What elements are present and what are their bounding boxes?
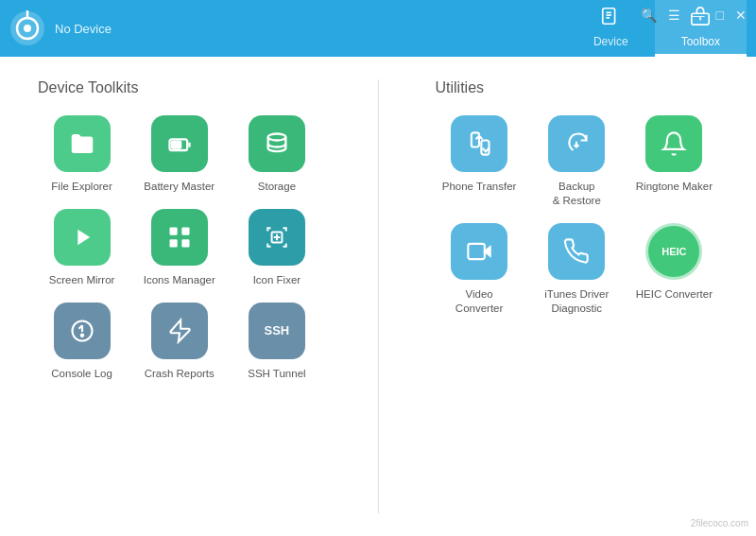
ringtone-maker-label: Ringtone Maker bbox=[636, 180, 713, 194]
menu-icon[interactable]: ☰ bbox=[668, 8, 680, 23]
minimize-button[interactable]: — bbox=[692, 8, 705, 23]
phone-transfer-icon bbox=[451, 115, 507, 172]
svg-rect-17 bbox=[169, 239, 177, 247]
icons-manager-label: Icons Manager bbox=[144, 273, 215, 287]
crash-reports-label: Crash Reports bbox=[145, 367, 215, 381]
tool-itunes-driver[interactable]: iTunes Driver Diagnostic bbox=[533, 223, 621, 316]
svg-rect-27 bbox=[481, 141, 489, 155]
tool-ssh-tunnel[interactable]: SSH SSH Tunnel bbox=[232, 303, 320, 381]
svg-rect-18 bbox=[181, 239, 189, 247]
tool-screen-mirror[interactable]: Screen Mirror bbox=[38, 209, 126, 287]
svg-rect-28 bbox=[468, 244, 484, 259]
crash-reports-icon bbox=[151, 303, 208, 359]
heic-converter-icon: HEIC bbox=[645, 223, 702, 280]
svg-rect-15 bbox=[169, 227, 177, 234]
tool-storage[interactable]: Storage bbox=[232, 115, 320, 194]
ringtone-maker-icon bbox=[645, 115, 702, 172]
itunes-driver-icon bbox=[548, 223, 605, 280]
svg-rect-12 bbox=[172, 142, 180, 148]
tool-icon-fixer[interactable]: Icon Fixer bbox=[232, 209, 320, 287]
device-toolkits-section: Device Toolkits File Explorer bbox=[38, 79, 321, 513]
tool-ringtone-maker[interactable]: Ringtone Maker bbox=[630, 115, 718, 208]
svg-rect-16 bbox=[181, 227, 189, 234]
device-tab-icon bbox=[600, 6, 621, 31]
icons-manager-icon bbox=[151, 209, 208, 266]
video-converter-icon bbox=[451, 223, 507, 280]
tool-crash-reports[interactable]: Crash Reports bbox=[135, 303, 223, 381]
svg-point-25 bbox=[80, 334, 82, 336]
device-label: No Device bbox=[55, 22, 112, 36]
tool-battery-master[interactable]: Battery Master bbox=[135, 115, 223, 194]
main-content: Device Toolkits File Explorer bbox=[0, 57, 756, 536]
restore-button[interactable]: □ bbox=[716, 8, 724, 23]
device-toolkits-grid: File Explorer Battery Master bbox=[38, 115, 321, 381]
device-toolkits-title: Device Toolkits bbox=[38, 79, 321, 96]
ssh-tunnel-label: SSH Tunnel bbox=[248, 367, 305, 381]
tool-heic-converter[interactable]: HEIC HEIC Converter bbox=[630, 223, 718, 316]
svg-marker-14 bbox=[77, 230, 90, 245]
app-logo bbox=[9, 10, 45, 46]
backup-restore-icon bbox=[548, 115, 605, 172]
title-bar-left: No Device bbox=[9, 10, 548, 46]
tool-icons-manager[interactable]: Icons Manager bbox=[135, 209, 223, 287]
storage-icon bbox=[249, 115, 305, 172]
file-explorer-label: File Explorer bbox=[51, 180, 112, 194]
battery-master-icon bbox=[151, 115, 208, 172]
backup-restore-label: Backup & Restore bbox=[553, 180, 601, 208]
console-log-label: Console Log bbox=[51, 367, 112, 381]
svg-rect-26 bbox=[472, 132, 479, 147]
tool-backup-restore[interactable]: Backup & Restore bbox=[533, 115, 621, 208]
tool-file-explorer[interactable]: File Explorer bbox=[38, 115, 126, 194]
itunes-driver-label: iTunes Driver Diagnostic bbox=[544, 287, 609, 316]
watermark: 2filecoco.com bbox=[691, 518, 748, 528]
svg-point-13 bbox=[268, 134, 286, 141]
window-controls: 🔍 ☰ — □ ✕ bbox=[641, 8, 747, 23]
screen-mirror-icon bbox=[54, 209, 111, 266]
section-divider bbox=[378, 79, 379, 513]
svg-point-2 bbox=[24, 25, 31, 32]
battery-master-label: Battery Master bbox=[144, 180, 215, 194]
tool-phone-transfer[interactable]: Phone Transfer bbox=[436, 115, 524, 208]
title-bar: No Device Device Toolbox bbox=[0, 0, 756, 57]
utilities-section: Utilities Phone Transfer bbox=[436, 79, 719, 513]
storage-label: Storage bbox=[258, 180, 296, 194]
phone-transfer-label: Phone Transfer bbox=[442, 180, 517, 194]
console-log-icon bbox=[54, 303, 111, 359]
utilities-title: Utilities bbox=[436, 79, 719, 96]
utilities-grid: Phone Transfer Backup & Restore bbox=[436, 115, 719, 316]
video-converter-label: Video Converter bbox=[455, 287, 504, 316]
svg-rect-4 bbox=[603, 9, 615, 25]
icon-fixer-icon bbox=[249, 209, 305, 266]
search-icon[interactable]: 🔍 bbox=[641, 8, 657, 23]
tool-console-log[interactable]: Console Log bbox=[38, 303, 126, 381]
tab-device-label: Device bbox=[593, 35, 628, 48]
tool-video-converter[interactable]: Video Converter bbox=[436, 223, 524, 316]
heic-converter-label: HEIC Converter bbox=[636, 287, 713, 302]
close-button[interactable]: ✕ bbox=[735, 8, 747, 23]
file-explorer-icon bbox=[54, 115, 111, 172]
ssh-tunnel-icon: SSH bbox=[249, 303, 305, 359]
screen-mirror-label: Screen Mirror bbox=[49, 273, 115, 287]
icon-fixer-label: Icon Fixer bbox=[253, 273, 301, 287]
tab-toolbox-label: Toolbox bbox=[681, 35, 720, 48]
